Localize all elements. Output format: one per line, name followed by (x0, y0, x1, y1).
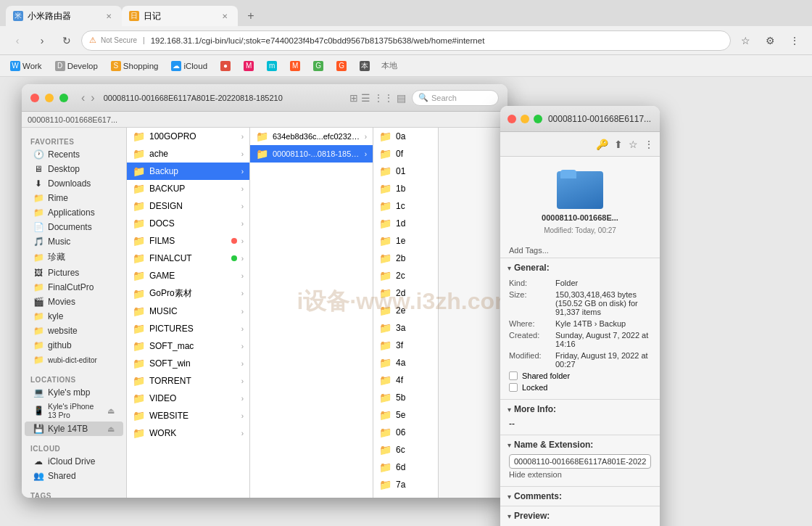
col2-item-00008110[interactable]: 📁 00008110-...0818-185210 › (250, 145, 373, 163)
bookmark-shopping[interactable]: S Shopping (108, 59, 162, 73)
col1-item-torrent[interactable]: 📁 TORRENT › (127, 372, 249, 390)
preview-header[interactable]: ▾ Preview: (500, 506, 660, 525)
icon-view-button[interactable]: ⊞ (349, 92, 358, 104)
col1-item-films[interactable]: 📁 FILMS › (127, 232, 249, 250)
sidebar-item-recents[interactable]: 🕐 Recents (25, 147, 123, 162)
col1-item-backup-upper[interactable]: 📁 BACKUP › (127, 180, 249, 197)
col3-item-1d[interactable]: 📁1d (373, 215, 438, 232)
finder-minimize-button[interactable] (45, 94, 54, 102)
key-icon[interactable]: 🔑 (596, 139, 608, 150)
more-icon[interactable]: ⋮ (644, 139, 654, 150)
col1-item-gopro[interactable]: 📁 GoPro素材 › (127, 284, 249, 303)
bookmark-extra-4[interactable]: M (287, 59, 303, 73)
col1-item-video[interactable]: 📁 VIDEO › (127, 390, 249, 407)
col3-item-5e[interactable]: 📁5e (373, 406, 438, 424)
sidebar-item-applications[interactable]: 📁 Applications (25, 205, 123, 220)
info-maximize-button[interactable] (534, 115, 542, 123)
col3-item-5b[interactable]: 📁5b (373, 389, 438, 406)
col1-item-work[interactable]: 📁 WORK › (127, 424, 249, 442)
col1-item-soft-win[interactable]: 📁 SOFT_win › (127, 355, 249, 372)
sidebar-item-rime[interactable]: 📁 Rime (25, 191, 123, 205)
col1-item-music[interactable]: 📁 MUSIC › (127, 303, 249, 320)
col3-item-6c[interactable]: 📁6c (373, 441, 438, 459)
locked-checkbox[interactable] (509, 383, 518, 392)
forward-button[interactable]: › (32, 30, 52, 51)
bookmark-extra-2[interactable]: M (241, 59, 257, 73)
new-tab-button[interactable]: + (241, 6, 261, 26)
eject-drive-button[interactable]: ⏏ (107, 424, 115, 434)
bookmark-icloud[interactable]: ☁ iCloud (168, 59, 210, 73)
col3-item-06[interactable]: 📁06 (373, 424, 438, 441)
eject-iphone-button[interactable]: ⏏ (107, 406, 115, 416)
finder-maximize-button[interactable] (59, 94, 68, 102)
star-icon[interactable]: ☆ (629, 139, 638, 150)
gallery-view-button[interactable]: ▤ (397, 92, 406, 104)
bookmark-extra-6[interactable]: G (334, 59, 349, 73)
bookmark-button[interactable]: ☆ (735, 30, 755, 51)
col2-item-634[interactable]: 📁 634eb8d36c...efc0232f71a › (250, 128, 373, 145)
finder-forward-button[interactable]: › (91, 91, 94, 104)
col3-item-2b[interactable]: 📁2b (373, 250, 438, 267)
sidebar-item-shared[interactable]: 👥 Shared (25, 469, 123, 483)
info-close-button[interactable] (508, 115, 516, 123)
col1-item-pictures[interactable]: 📁 PICTURES › (127, 320, 249, 337)
col3-item-0a[interactable]: 📁0a (373, 128, 438, 145)
col3-item-2e[interactable]: 📁2e (373, 302, 438, 319)
sidebar-item-github[interactable]: 📁 github (25, 338, 123, 353)
tab-router[interactable]: 米 小米路由器 ✕ (6, 6, 122, 26)
col3-item-7f[interactable]: 📁7f (373, 493, 438, 498)
shared-folder-checkbox[interactable] (509, 371, 518, 380)
column-view-button[interactable]: ⋮⋮ (373, 92, 394, 104)
col1-item-ache[interactable]: 📁 ache › (127, 145, 249, 163)
bookmark-develop[interactable]: D Develop (52, 59, 101, 73)
sidebar-item-kyle14tb[interactable]: 💾 Kyle 14TB ⏏ (25, 422, 123, 436)
bookmark-extra-7[interactable]: 本 (357, 59, 373, 73)
col3-item-3f[interactable]: 📁3f (373, 337, 438, 354)
col3-item-1b[interactable]: 📁1b (373, 180, 438, 197)
more-info-header[interactable]: ▾ More Info: (500, 400, 660, 419)
col1-item-soft-mac[interactable]: 📁 SOFT_mac › (127, 337, 249, 355)
sidebar-item-pictures[interactable]: 🖼 Pictures (25, 266, 123, 280)
sidebar-item-kyle[interactable]: 📁 kyle (25, 309, 123, 324)
col3-item-4a[interactable]: 📁4a (373, 354, 438, 371)
extensions-button[interactable]: ⚙ (760, 30, 780, 51)
tab-diary[interactable]: 日 日记 ✕ (122, 6, 238, 26)
col3-item-3a[interactable]: 📁3a (373, 319, 438, 337)
col1-item-backup[interactable]: 📁 Backup › (127, 163, 249, 180)
finder-close-button[interactable] (30, 94, 39, 102)
col3-item-2c[interactable]: 📁2c (373, 267, 438, 284)
col3-item-6d[interactable]: 📁6d (373, 459, 438, 476)
bookmark-extra-3[interactable]: m (264, 59, 280, 73)
share-icon[interactable]: ⬆ (614, 139, 623, 150)
sidebar-item-zhencang[interactable]: 📁 珍藏 (25, 249, 123, 266)
name-ext-header[interactable]: ▾ Name & Extension: (500, 435, 660, 454)
sidebar-item-movies[interactable]: 🎬 Movies (25, 295, 123, 309)
menu-button[interactable]: ⋮ (784, 30, 805, 51)
col1-item-100gopro[interactable]: 📁 100GOPRO › (127, 128, 249, 145)
bookmark-work[interactable]: W Work (7, 59, 45, 73)
col1-item-docs[interactable]: 📁 DOCS › (127, 215, 249, 232)
comments-header[interactable]: ▾ Comments: (500, 487, 660, 506)
col3-item-1c[interactable]: 📁1c (373, 197, 438, 215)
col3-item-7a[interactable]: 📁7a (373, 476, 438, 493)
sidebar-item-downloads[interactable]: ⬇ Downloads (25, 176, 123, 191)
sidebar-item-iphone[interactable]: 📱 Kyle's iPhone 13 Pro ⏏ (25, 400, 123, 422)
col1-item-finalcut[interactable]: 📁 FINALCUT › (127, 250, 249, 267)
col3-item-2d[interactable]: 📁2d (373, 284, 438, 302)
refresh-button[interactable]: ↻ (57, 30, 77, 51)
col3-item-4f[interactable]: 📁4f (373, 371, 438, 389)
hide-extension-button[interactable]: Hide extension (509, 469, 651, 480)
sidebar-item-icloud-drive[interactable]: ☁ iCloud Drive (25, 454, 123, 469)
col3-item-1e[interactable]: 📁1e (373, 232, 438, 250)
col3-item-0f[interactable]: 📁0f (373, 145, 438, 163)
tab-close-diary[interactable]: ✕ (219, 10, 231, 22)
col3-item-01[interactable]: 📁01 (373, 163, 438, 180)
sidebar-item-desktop[interactable]: 🖥 Desktop (25, 162, 123, 176)
sidebar-item-kyles-mbp[interactable]: 💻 Kyle's mbp (25, 385, 123, 400)
sidebar-item-wubi[interactable]: 📁 wubi-dict-editor (25, 353, 123, 367)
sidebar-item-documents[interactable]: 📄 Documents (25, 220, 123, 234)
col1-item-design[interactable]: 📁 DESIGN › (127, 197, 249, 215)
sidebar-item-finalcutpro[interactable]: 📁 FinalCutPro (25, 280, 123, 295)
general-section-header[interactable]: ▾ General: (500, 258, 660, 277)
tab-close-router[interactable]: ✕ (103, 10, 115, 22)
